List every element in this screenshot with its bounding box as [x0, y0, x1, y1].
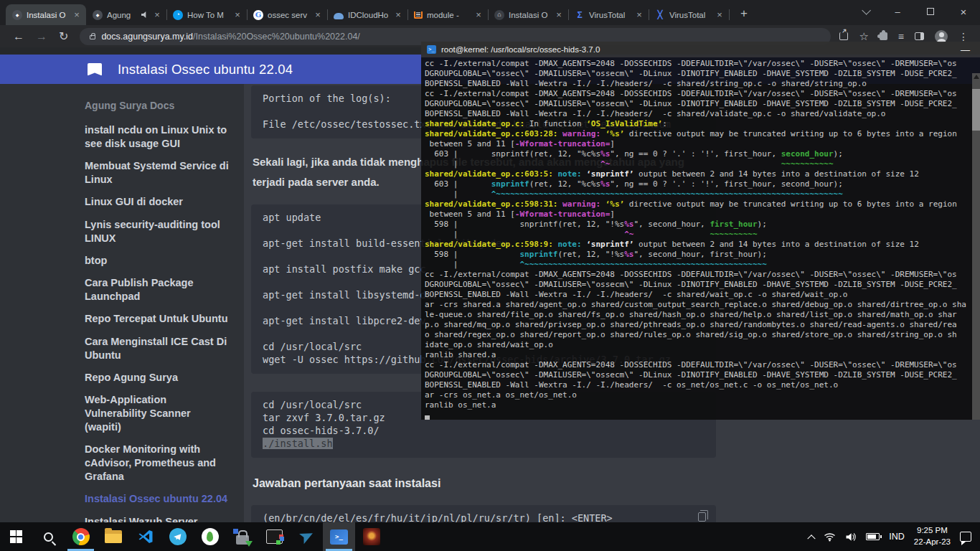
- taskbar-app-remote-terminal[interactable]: [258, 522, 291, 551]
- browser-tab-5[interactable]: module -×: [407, 4, 488, 25]
- profile-avatar[interactable]: [935, 30, 948, 43]
- browser-tab-0[interactable]: ◆Instalasi O×: [6, 4, 86, 25]
- terminal-line: | ^~~~~~~~~~~~~~~~~~~~~~~~~~~~~~~~~~~~~~…: [425, 189, 971, 199]
- tab-close-icon[interactable]: ×: [232, 9, 242, 20]
- tab-label: How To M: [187, 11, 228, 19]
- tab-label: IDCloudHo: [348, 11, 389, 19]
- taskbar-app-chrome[interactable]: [65, 522, 97, 551]
- reading-list-icon[interactable]: ≡: [898, 32, 904, 42]
- terminal-line: BOPENSSL_ENABLED -Wall -Wextra -I./ -I./…: [425, 290, 971, 300]
- terminal-line: 598 | snprintf(ret, 12, "!%s%s", second_…: [425, 220, 971, 230]
- copy-icon[interactable]: [698, 512, 706, 522]
- tab-search-chevron-icon[interactable]: [848, 0, 881, 23]
- sidebar-item-4[interactable]: btop: [85, 254, 230, 268]
- sidebar-item-2[interactable]: Linux GUI di docker: [85, 195, 230, 209]
- sidebar-item-11[interactable]: Instalasi Ossec ubuntu 22.04: [85, 492, 230, 506]
- taskbar-app-game-launcher[interactable]: [355, 522, 387, 551]
- tab-close-icon[interactable]: ×: [715, 9, 725, 20]
- tab-close-icon[interactable]: ×: [313, 9, 323, 20]
- close-window-button[interactable]: ×: [947, 0, 980, 23]
- paper-plane-icon: [299, 529, 315, 545]
- tab-close-icon[interactable]: ×: [72, 9, 82, 20]
- audio-playing-icon[interactable]: [141, 11, 148, 18]
- sidebar-item-0[interactable]: install ncdu on Linux Unix to see disk u…: [85, 123, 230, 151]
- taskbar-app-mongodb-compass[interactable]: [194, 522, 226, 551]
- terminal-line: cc -I./external/compat -DMAX_AGENTS=2048…: [425, 89, 971, 99]
- url-text[interactable]: docs.agungsurya.my.id/Instalasi%20Ossec%…: [101, 32, 359, 42]
- side-panel-icon[interactable]: [915, 32, 924, 40]
- taskbar-app-winscp[interactable]: [226, 522, 258, 551]
- tab-label: VirusTotal: [669, 11, 710, 19]
- sidebar-item-7[interactable]: Cara Menginstall ICE Cast Di Ubuntu: [85, 335, 230, 362]
- sidebar-item-9[interactable]: Web-Application Vulnerability Scanner (w…: [85, 393, 230, 434]
- extensions-icon[interactable]: [880, 32, 887, 40]
- wifi-icon[interactable]: [824, 532, 836, 542]
- reload-icon[interactable]: ↻: [59, 31, 68, 42]
- start-button[interactable]: [0, 522, 32, 551]
- windows-logo-icon: [10, 530, 23, 543]
- terminal-line: shared/validate_op.c:598:31: warning: ‘%…: [425, 199, 971, 209]
- new-tab-button[interactable]: +: [734, 4, 754, 24]
- action-center-icon[interactable]: [960, 532, 971, 542]
- terminal-cursor: [425, 415, 430, 420]
- tab-close-icon[interactable]: ×: [554, 9, 564, 20]
- tab-close-icon[interactable]: ×: [393, 9, 403, 20]
- restore-window-button[interactable]: [914, 0, 947, 23]
- terminal-line: | ^~ ~~~~~~~~~~: [425, 230, 971, 240]
- lock-icon[interactable]: [90, 35, 95, 39]
- taskbar-app-telegram[interactable]: [161, 522, 194, 551]
- file-explorer-icon: [105, 530, 122, 543]
- share-icon[interactable]: [839, 32, 848, 40]
- browser-tab-7[interactable]: ΣVirusTotal×: [568, 4, 649, 25]
- sidebar-item-8[interactable]: Repo Agung Surya: [85, 371, 230, 385]
- terminal-line: le-queue.o shared/file_op.o shared/fs_op…: [425, 310, 971, 320]
- taskbar-app-file-explorer[interactable]: [97, 522, 129, 551]
- powershell-icon: >_: [427, 45, 436, 54]
- browser-tab-2[interactable]: ◔How To M×: [166, 4, 247, 25]
- terminal-scrollbar[interactable]: [972, 73, 980, 420]
- browser-tab-6[interactable]: ⌂Instalasi O×: [488, 4, 568, 25]
- terminal-window[interactable]: >_ root@kernel: /usr/local/src/ossec-hid…: [421, 42, 980, 420]
- terminal-titlebar[interactable]: >_ root@kernel: /usr/local/src/ossec-hid…: [421, 42, 980, 57]
- telegram-icon: [169, 528, 187, 545]
- terminal-minimize-button[interactable]: —: [956, 44, 974, 55]
- back-icon[interactable]: ←: [13, 31, 24, 42]
- sidebar-item-1[interactable]: Membuat Systemd Service di Linux: [85, 159, 230, 187]
- taskbar-app-powershell[interactable]: >_: [323, 522, 355, 551]
- tab-close-icon[interactable]: ×: [473, 9, 484, 20]
- scrollbar-thumb[interactable]: [972, 89, 980, 131]
- chrome-icon: [72, 528, 90, 545]
- clock[interactable]: 9:25 PM 22-Apr-23: [914, 525, 951, 547]
- browser-tab-3[interactable]: Gossec serv×: [247, 4, 327, 25]
- terminal-line: 603 | snprintf(ret, 12, "%c%s%s", ng == …: [425, 179, 971, 189]
- browser-tab-1[interactable]: ◆Agung×: [86, 4, 166, 25]
- tab-label: Agung: [107, 11, 137, 19]
- code-line: cd ossec-hids-3.7.0/: [263, 424, 705, 437]
- tab-close-icon[interactable]: ×: [634, 9, 644, 20]
- powershell-taskbar-icon: >_: [330, 529, 348, 545]
- taskbar-app-vscode[interactable]: [129, 522, 161, 551]
- sidebar-item-6[interactable]: Repo Tercepat Untuk Ubuntu: [85, 312, 230, 326]
- terminal-line: 598 | snprintf(ret, 12, "!%s%s", second_…: [425, 250, 971, 260]
- tab-close-icon[interactable]: ×: [152, 9, 162, 20]
- forward-icon[interactable]: →: [36, 31, 47, 42]
- speaker-icon[interactable]: [845, 532, 857, 542]
- sidebar-item-5[interactable]: Cara Publish Package Launchpad: [85, 276, 230, 303]
- sidebar-item-3[interactable]: Lynis security-auditing tool LINUX: [85, 218, 230, 245]
- sidebar-item-10[interactable]: Docker Monitoring with cAdvisor, Prometh…: [85, 443, 230, 484]
- tray-chevron-icon[interactable]: [808, 534, 816, 542]
- browser-tab-4[interactable]: IDCloudHo×: [327, 4, 407, 25]
- terminal-line: ranlib os_net.a: [425, 400, 971, 410]
- taskbar-search-button[interactable]: [32, 522, 65, 551]
- minimize-window-button[interactable]: –: [881, 0, 914, 23]
- sidebar-item-12[interactable]: Instalasi Wazuh Server Ubuntu 20.04: [85, 515, 230, 522]
- code-line: (en/br/cn/de/el/es/fr/hu/it/jp/nl/pl/ru/…: [263, 512, 705, 522]
- menu-kebab-icon[interactable]: ⋮: [958, 32, 969, 42]
- language-indicator[interactable]: IND: [889, 532, 905, 542]
- battery-icon[interactable]: [866, 533, 880, 540]
- taskbar-app-paper-plane-app[interactable]: [291, 522, 323, 551]
- scroll-up-arrow-icon[interactable]: [974, 75, 979, 79]
- bookmark-star-icon[interactable]: ☆: [859, 31, 868, 42]
- browser-tab-8[interactable]: ╳VirusTotal×: [649, 4, 729, 25]
- terminal-output[interactable]: cc -I./external/compat -DMAX_AGENTS=2048…: [421, 57, 980, 420]
